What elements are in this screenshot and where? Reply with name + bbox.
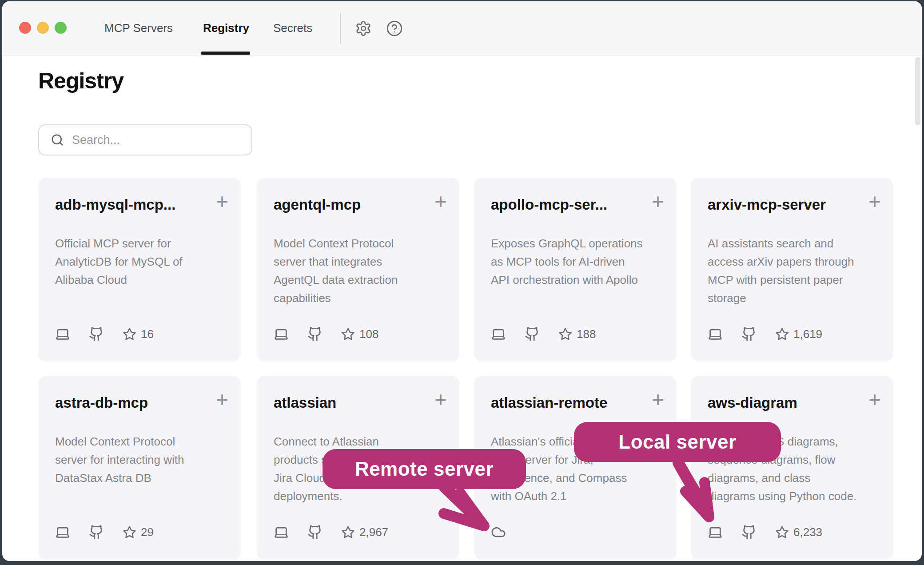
server-description: Official MCP server forAnalyticDB for My… [55,235,227,289]
star-icon [123,525,136,539]
local-server-callout: Local server [574,422,781,462]
github-icon[interactable] [89,326,104,342]
github-icon[interactable] [307,326,323,342]
github-icon[interactable] [741,326,757,342]
laptop-icon [708,525,723,540]
settings-gear-icon[interactable] [355,20,372,37]
window-zoom-button[interactable] [55,22,67,34]
server-name: astra-db-mcp [55,394,148,411]
server-card[interactable]: astra-db-mcp + Model Context Protocolser… [38,376,241,560]
star-count: 1,619 [793,327,822,341]
star-count: 2,967 [359,525,388,539]
card-footer: 16 [55,326,154,342]
page-title: Registry [38,68,123,94]
server-name: atlassian [274,394,336,411]
add-server-button[interactable]: + [868,191,881,212]
server-name: agentql-mcp [274,196,361,213]
star-icon [558,327,572,341]
server-name: apollo-mcp-ser... [491,196,607,213]
star-rating: 6,233 [775,525,822,539]
card-footer: 2,967 [274,524,388,540]
server-name: arxiv-mcp-server [708,196,826,213]
laptop-icon [274,525,289,540]
card-footer: 1,619 [708,326,822,342]
server-card[interactable]: apollo-mcp-ser... + Exposes GraphQL oper… [474,178,677,362]
star-rating: 188 [558,327,596,341]
star-count: 16 [141,327,154,341]
server-name: adb-mysql-mcp... [55,196,175,213]
star-icon [775,525,789,539]
laptop-icon [708,326,723,342]
star-rating: 108 [341,327,378,341]
window-close-button[interactable] [19,22,31,34]
active-tab-underline [201,52,250,55]
add-server-button[interactable]: + [652,389,664,410]
add-server-button[interactable]: + [216,191,228,212]
github-icon[interactable] [89,525,104,540]
github-icon[interactable] [525,326,540,342]
add-server-button[interactable]: + [434,389,447,410]
laptop-icon [274,326,289,342]
star-count: 29 [141,525,154,539]
add-server-button[interactable]: + [868,389,881,410]
github-icon[interactable] [741,525,757,540]
server-description: Exposes GraphQL operationsas MCP tools f… [491,235,663,289]
server-card[interactable]: aws-diagram + Generate AWS diagrams,sequ… [691,376,893,560]
card-footer: 108 [274,326,378,342]
add-server-button[interactable]: + [652,191,664,212]
add-server-button[interactable]: + [216,389,228,410]
search-box [38,124,252,155]
laptop-icon [55,525,70,540]
star-icon [341,525,355,539]
tab-mcp-servers[interactable]: MCP Servers [104,21,173,35]
star-rating: 2,967 [341,525,388,539]
server-description: AI assistants search andaccess arXiv pap… [708,235,880,307]
screenshot-canvas: { "window_controls": { "close_color": "#… [0,0,924,565]
star-rating: 1,619 [775,327,822,341]
server-card[interactable]: adb-mysql-mcp... + Official MCP server f… [38,178,241,362]
card-footer [491,524,506,540]
add-server-button[interactable]: + [434,191,447,212]
star-count: 188 [577,327,596,341]
server-card[interactable]: arxiv-mcp-server + AI assistants search … [691,178,893,362]
remote-server-callout: Remote server [323,449,526,489]
star-icon [341,327,355,341]
star-count: 6,233 [793,525,822,539]
github-icon[interactable] [307,525,323,540]
laptop-icon [55,326,70,342]
server-name: aws-diagram [708,394,797,411]
server-description: Model Context Protocolserver that integr… [274,235,446,307]
cloud-icon [491,525,506,540]
scrollbar-thumb[interactable] [915,57,920,125]
titlebar: MCP Servers Registry Secrets [2,1,922,56]
titlebar-divider [340,13,341,44]
window-minimize-button[interactable] [37,22,49,34]
search-input[interactable] [72,133,232,147]
star-icon [123,327,136,341]
server-description: Model Context Protocolserver for interac… [55,433,227,487]
server-card[interactable]: agentql-mcp + Model Context Protocolserv… [257,178,459,362]
card-footer: 6,233 [708,524,822,540]
tab-registry[interactable]: Registry [203,21,249,35]
card-footer: 188 [491,326,596,342]
star-count: 108 [359,327,378,341]
help-icon[interactable] [386,20,403,37]
star-icon [775,327,789,341]
search-icon [51,133,64,147]
tab-secrets[interactable]: Secrets [273,21,312,35]
laptop-icon [491,326,506,342]
star-rating: 29 [123,525,154,539]
star-rating: 16 [123,327,154,341]
card-footer: 29 [55,524,154,540]
server-name: atlassian-remote [491,394,607,411]
